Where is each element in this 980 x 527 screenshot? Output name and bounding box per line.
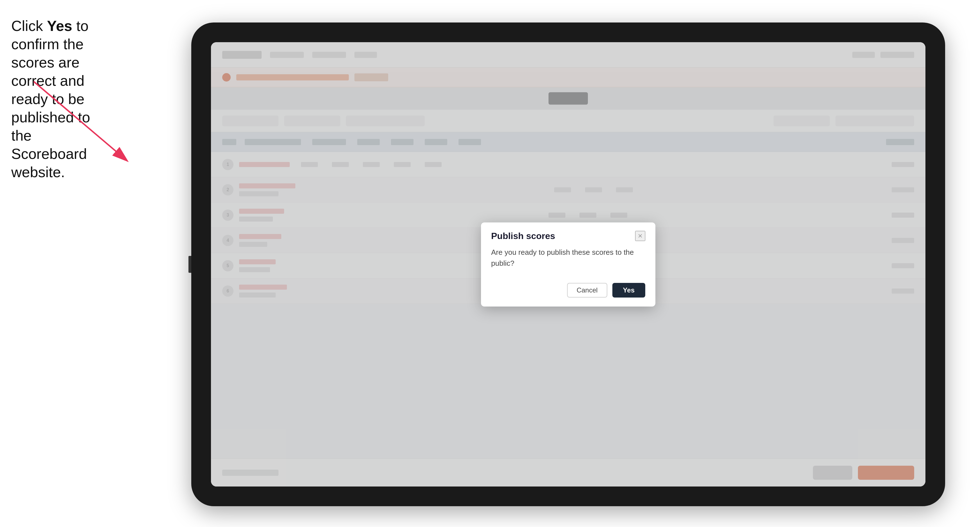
instruction-text: Click Yes to confirm the scores are corr… — [11, 17, 93, 181]
tablet-frame: 1 2 — [191, 22, 945, 506]
cancel-button[interactable]: Cancel — [567, 283, 607, 297]
tablet-side-button — [188, 256, 191, 273]
modal-overlay: Publish scores × Are you ready to publis… — [211, 42, 926, 486]
publish-scores-dialog: Publish scores × Are you ready to publis… — [481, 222, 655, 306]
modal-title: Publish scores — [491, 231, 555, 241]
modal-header: Publish scores × — [481, 222, 655, 247]
modal-question-text: Are you ready to publish these scores to… — [491, 247, 645, 269]
modal-body: Are you ready to publish these scores to… — [481, 247, 655, 277]
tablet-screen: 1 2 — [211, 42, 926, 486]
modal-close-button[interactable]: × — [635, 231, 645, 241]
yes-button[interactable]: Yes — [612, 283, 645, 297]
modal-footer: Cancel Yes — [481, 277, 655, 306]
